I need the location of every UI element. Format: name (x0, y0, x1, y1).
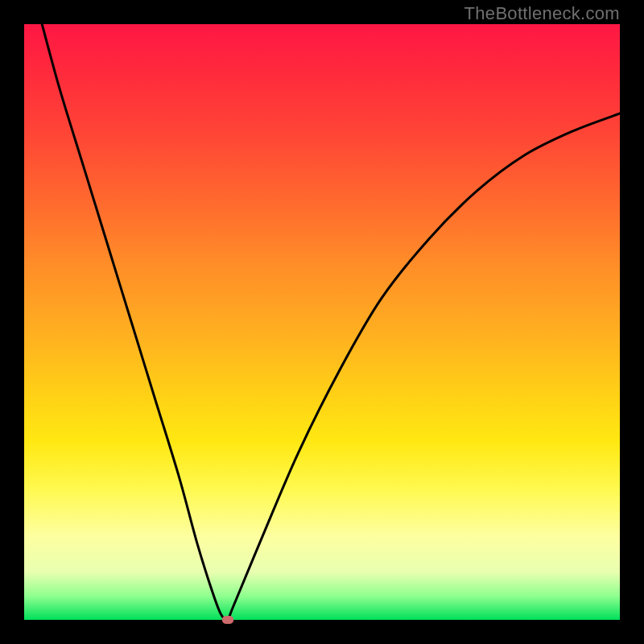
plot-area (24, 24, 620, 620)
chart-frame: TheBottleneck.com (0, 0, 644, 644)
watermark-text: TheBottleneck.com (464, 3, 620, 24)
bottleneck-curve (24, 24, 620, 620)
optimal-point-marker (222, 616, 233, 624)
